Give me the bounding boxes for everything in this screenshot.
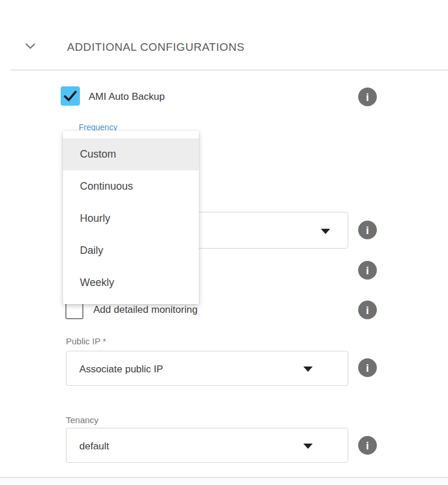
public-ip-label: Public IP * [66, 336, 106, 346]
info-glyph: i [366, 305, 369, 316]
info-icon[interactable]: i [358, 358, 377, 377]
tenancy-select[interactable]: default [66, 428, 348, 463]
info-icon[interactable]: i [358, 88, 377, 106]
menu-item-weekly[interactable]: Weekly [63, 267, 199, 299]
chevron-down-glyph [23, 39, 37, 53]
info-icon[interactable]: i [358, 261, 377, 280]
info-glyph: i [366, 362, 369, 374]
section-divider [10, 69, 448, 71]
public-ip-select[interactable]: Associate public IP [66, 351, 348, 386]
menu-item-daily[interactable]: Daily [63, 235, 199, 267]
info-glyph: i [366, 265, 369, 276]
tenancy-label: Tenancy [66, 415, 99, 425]
info-icon[interactable]: i [358, 301, 377, 319]
bottom-strip [0, 478, 448, 485]
menu-item-hourly[interactable]: Hourly [63, 203, 199, 235]
dropdown-caret-icon [303, 367, 313, 372]
info-icon[interactable]: i [358, 221, 377, 239]
public-ip-value: Associate public IP [79, 364, 163, 375]
info-glyph: i [366, 225, 369, 236]
chevron-down-icon[interactable] [23, 39, 37, 53]
detailed-monitoring-label: Add detailed monitoring [93, 304, 198, 316]
info-icon[interactable]: i [358, 436, 377, 455]
ami-auto-backup-checkbox[interactable] [61, 86, 80, 106]
info-glyph: i [366, 92, 369, 103]
dropdown-caret-icon [303, 444, 313, 449]
section-title: ADDITIONAL CONFIGURATIONS [67, 41, 244, 54]
ami-auto-backup-label: AMI Auto Backup [89, 91, 164, 103]
info-glyph: i [366, 440, 369, 451]
frequency-options-menu: Custom Continuous Hourly Daily Weekly [63, 131, 199, 304]
menu-item-continuous[interactable]: Continuous [63, 170, 199, 203]
check-icon [61, 86, 80, 106]
menu-item-custom[interactable]: Custom [63, 138, 199, 170]
tenancy-value: default [79, 441, 109, 452]
dropdown-caret-icon [321, 229, 330, 234]
